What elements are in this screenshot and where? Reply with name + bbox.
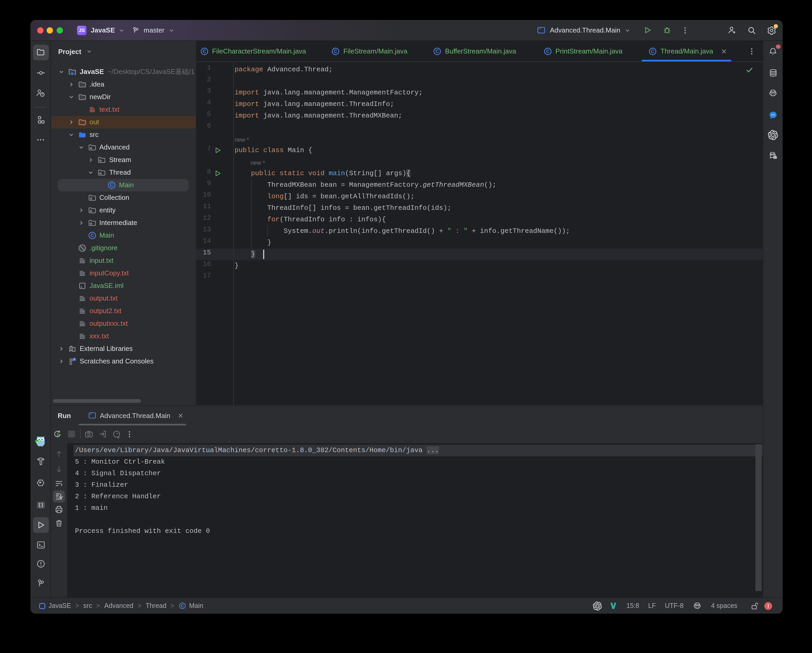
svg-text:C: C xyxy=(110,182,113,188)
svg-text:C: C xyxy=(181,604,184,608)
svg-text:C: C xyxy=(203,49,206,54)
svg-text:C: C xyxy=(334,49,337,54)
svg-text:C: C xyxy=(436,49,439,54)
svg-text:C: C xyxy=(90,232,94,238)
svg-text:?: ? xyxy=(41,92,43,96)
svg-text:C: C xyxy=(651,49,655,54)
svg-text:C: C xyxy=(546,49,549,54)
